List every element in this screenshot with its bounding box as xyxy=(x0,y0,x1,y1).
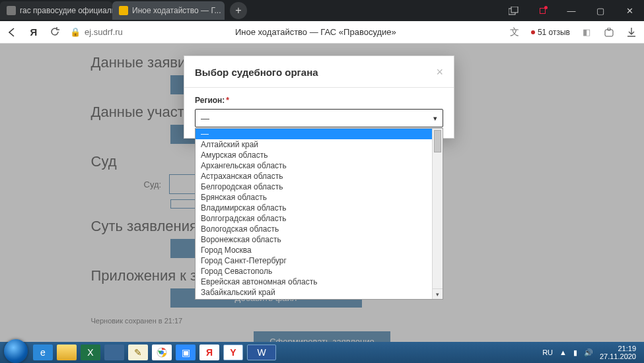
taskbar-chrome-icon[interactable] xyxy=(152,345,172,360)
titlebar-extras xyxy=(499,0,557,21)
extensions-tray-icon[interactable] xyxy=(603,26,615,38)
region-label: Регион:* xyxy=(195,96,443,105)
region-option[interactable]: Город Санкт-Петербург xyxy=(196,255,432,266)
reviews-label: 51 отзыв xyxy=(538,28,570,37)
modal-close-button[interactable]: × xyxy=(436,65,443,79)
region-option[interactable]: Город Севастополь xyxy=(196,266,432,277)
taskbar-yandex-icon[interactable]: Я xyxy=(199,345,219,360)
tray-flag-icon[interactable]: ▲ xyxy=(559,348,567,356)
region-option[interactable]: Архангельская область xyxy=(196,160,432,171)
region-option[interactable]: Воронежская область xyxy=(196,234,432,245)
browser-tab[interactable]: гас правосудие официаль xyxy=(0,1,112,20)
downloads-icon[interactable] xyxy=(626,26,637,38)
extensions-icon[interactable] xyxy=(528,0,557,21)
url-host: ej.sudrf.ru xyxy=(85,27,123,37)
lock-icon: 🔒 xyxy=(70,27,81,37)
region-option[interactable]: Амурская область xyxy=(196,150,432,160)
notification-dot-icon xyxy=(531,30,535,34)
close-window-button[interactable]: ✕ xyxy=(615,0,644,21)
favicon-generic-icon xyxy=(7,6,16,15)
chevron-down-icon: ▾ xyxy=(433,114,437,123)
browser-tab-active[interactable]: Иное ходатайство — Г... ✕ xyxy=(112,1,225,20)
clock-date: 27.11.2020 xyxy=(600,352,636,360)
tab-label: Иное ходатайство — Г... xyxy=(132,6,221,15)
required-asterisk: * xyxy=(226,96,229,105)
taskbar-word-icon[interactable]: W xyxy=(247,345,276,360)
address-bar: Я 🔒 ej.sudrf.ru Иное ходатайство — ГАС «… xyxy=(0,21,644,44)
windows-taskbar: e X ✎ ▣ Я Y W RU ▲ ▮ 🔊 21:19 27.11.2020 xyxy=(0,342,644,363)
taskbar-zoom-icon[interactable]: ▣ xyxy=(176,345,196,360)
new-tab-button[interactable]: + xyxy=(230,2,247,19)
minimize-button[interactable]: — xyxy=(557,0,586,21)
translate-icon[interactable]: 文 xyxy=(509,26,520,38)
region-option[interactable]: — xyxy=(196,129,432,139)
region-option[interactable]: Вологодская область xyxy=(196,224,432,234)
page-viewport: Данные заявителей ? До Данные участников… xyxy=(0,44,644,342)
window-controls: — ▢ ✕ xyxy=(557,0,644,21)
favicon-scales-icon xyxy=(119,6,128,15)
back-button[interactable] xyxy=(7,26,18,38)
region-option[interactable]: Забайкальский край xyxy=(196,287,432,298)
tray-volume-icon[interactable]: 🔊 xyxy=(584,348,593,357)
system-tray: RU ▲ ▮ 🔊 21:19 27.11.2020 xyxy=(542,345,640,360)
region-option[interactable]: Белгородская область xyxy=(196,182,432,192)
court-select-modal: Выбор судебного органа × Регион:* — ▾ —А… xyxy=(184,55,454,139)
taskbar-ie-icon[interactable]: e xyxy=(33,345,53,360)
language-indicator[interactable]: RU xyxy=(542,348,553,356)
reviews-button[interactable]: 51 отзыв xyxy=(531,28,570,37)
reload-button[interactable] xyxy=(49,26,61,38)
dropdown-scrollbar[interactable]: ▾ xyxy=(432,129,443,299)
region-option[interactable]: Волгоградская область xyxy=(196,213,432,224)
tab-label: гас правосудие официаль xyxy=(20,6,112,15)
tray-network-icon[interactable]: ▮ xyxy=(573,348,577,357)
region-option[interactable]: Город Москва xyxy=(196,245,432,255)
region-option[interactable]: Ивановская область xyxy=(196,298,432,299)
region-option[interactable]: Владимирская область xyxy=(196,203,432,213)
modal-title: Выбор судебного органа xyxy=(195,67,318,78)
url-box[interactable]: 🔒 ej.sudrf.ru xyxy=(70,27,123,37)
copy-window-icon[interactable] xyxy=(499,0,528,21)
page-title: Иное ходатайство — ГАС «Правосудие» xyxy=(132,27,499,37)
taskbar-notes-icon[interactable]: ✎ xyxy=(128,345,148,360)
taskbar-excel-icon[interactable]: X xyxy=(81,345,100,360)
region-option[interactable]: Брянская область xyxy=(196,192,432,203)
taskbar-explorer-icon[interactable] xyxy=(57,345,77,360)
bookmark-icon[interactable]: ◧ xyxy=(581,26,592,38)
region-label-text: Регион: xyxy=(195,96,225,105)
region-select[interactable]: — ▾ xyxy=(195,109,443,127)
yandex-home-button[interactable]: Я xyxy=(28,26,40,38)
region-option[interactable]: Алтайский край xyxy=(196,139,432,150)
taskbar-clock[interactable]: 21:19 27.11.2020 xyxy=(600,345,636,360)
scroll-down-arrow-icon[interactable]: ▾ xyxy=(433,288,443,299)
taskbar-yandex-browser-icon[interactable]: Y xyxy=(223,345,243,360)
region-option[interactable]: Еврейская автономная область xyxy=(196,277,432,287)
region-dropdown: —Алтайский крайАмурская областьАрхангель… xyxy=(195,128,443,300)
browser-titlebar: гас правосудие официаль Иное ходатайство… xyxy=(0,0,644,21)
taskbar-app-icon[interactable] xyxy=(104,345,124,360)
scroll-thumb[interactable] xyxy=(434,130,441,152)
clock-time: 21:19 xyxy=(600,345,636,352)
region-option[interactable]: Астраханская область xyxy=(196,171,432,182)
start-button[interactable] xyxy=(4,339,28,363)
maximize-button[interactable]: ▢ xyxy=(586,0,615,21)
region-selected-value: — xyxy=(201,114,209,123)
svg-rect-1 xyxy=(511,7,518,13)
